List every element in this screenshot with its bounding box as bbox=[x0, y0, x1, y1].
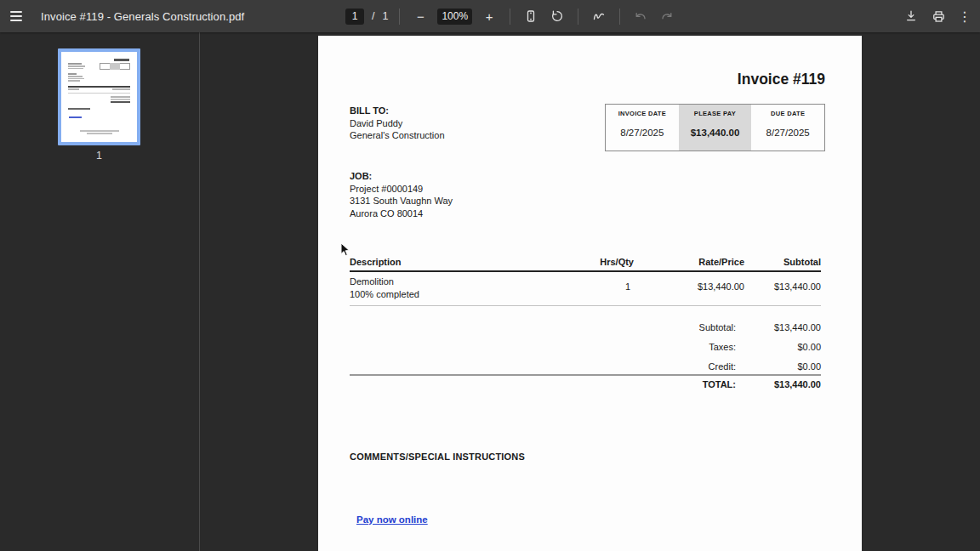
credit-value: $0.00 bbox=[797, 361, 821, 372]
bill-to-company: General's Construction bbox=[350, 129, 445, 142]
thumbnail-page-number: 1 bbox=[58, 150, 140, 162]
more-options-button[interactable]: ⋮ bbox=[956, 6, 973, 26]
zoom-level-input[interactable]: 100% bbox=[437, 9, 472, 25]
item-subtotal: $13,440.00 bbox=[774, 281, 821, 292]
thumbnail-sidebar: 1 bbox=[0, 32, 200, 551]
zoom-in-button[interactable]: + bbox=[480, 6, 499, 26]
print-icon bbox=[932, 9, 946, 24]
invoice-date-label: INVOICE DATE bbox=[618, 110, 666, 117]
pay-now-link[interactable]: Pay now online bbox=[356, 514, 428, 525]
hamburger-menu-icon bbox=[10, 11, 22, 21]
please-pay-value: $13,440.00 bbox=[691, 128, 740, 138]
rotate-button[interactable] bbox=[548, 6, 567, 26]
invoice-date-value: 8/27/2025 bbox=[620, 128, 664, 138]
credit-label: Credit: bbox=[709, 361, 736, 372]
item-progress: 100% completed bbox=[350, 288, 419, 301]
undo-icon bbox=[634, 9, 647, 23]
due-date-label: DUE DATE bbox=[771, 110, 805, 117]
total-label: TOTAL: bbox=[703, 379, 736, 389]
fit-to-page-icon bbox=[524, 9, 538, 23]
toolbar-separator bbox=[578, 9, 578, 25]
subtotal-label: Subtotal: bbox=[699, 322, 736, 332]
totals-row-subtotal: Subtotal: $13,440.00 bbox=[488, 322, 821, 336]
print-button[interactable] bbox=[929, 6, 948, 26]
rotate-counterclockwise-icon bbox=[550, 9, 564, 23]
menu-button[interactable] bbox=[0, 0, 32, 32]
toolbar-separator bbox=[399, 9, 400, 25]
invoice-header-table: INVOICE DATE 8/27/2025 PLEASE PAY $13,44… bbox=[605, 104, 825, 151]
thumbnail-page-preview bbox=[61, 52, 137, 142]
item-rate: $13,440.00 bbox=[698, 281, 744, 292]
due-date-cell: DUE DATE 8/27/2025 bbox=[751, 105, 824, 151]
job-city: Aurora CO 80014 bbox=[350, 207, 453, 220]
undo-button[interactable] bbox=[631, 6, 650, 26]
download-button[interactable] bbox=[902, 6, 920, 26]
total-value: $13,440.00 bbox=[774, 379, 821, 389]
totals-row-total: TOTAL: $13,440.00 bbox=[488, 379, 821, 393]
please-pay-cell: PLEASE PAY $13,440.00 bbox=[679, 105, 752, 151]
bill-to-block: BILL TO: David Puddy General's Construct… bbox=[350, 105, 445, 142]
comments-heading: COMMENTS/SPECIAL INSTRUCTIONS bbox=[350, 452, 525, 462]
zoom-out-button[interactable]: − bbox=[411, 6, 430, 26]
col-description: Description bbox=[350, 257, 402, 267]
col-rate-price: Rate/Price bbox=[698, 257, 744, 267]
page-count: 1 bbox=[382, 10, 388, 22]
annotate-button[interactable] bbox=[590, 6, 608, 26]
redo-icon bbox=[660, 9, 674, 23]
totals-row-credit: Credit: $0.00 bbox=[488, 361, 821, 375]
job-project: Project #0000149 bbox=[350, 183, 453, 196]
bill-to-heading: BILL TO: bbox=[350, 105, 445, 117]
subtotal-value: $13,440.00 bbox=[774, 322, 821, 332]
toolbar-separator bbox=[619, 9, 620, 25]
items-bottom-rule bbox=[350, 305, 821, 306]
items-header-rule bbox=[350, 270, 821, 272]
invoice-date-cell: INVOICE DATE 8/27/2025 bbox=[606, 105, 679, 151]
total-rule bbox=[350, 374, 821, 376]
redo-button[interactable] bbox=[658, 6, 676, 26]
taxes-label: Taxes: bbox=[709, 342, 736, 352]
pdf-viewer-content: 1 Invoice #119 INVOICE DATE 8/27/2025 PL… bbox=[0, 32, 980, 551]
pdf-page: Invoice #119 INVOICE DATE 8/27/2025 PLEA… bbox=[318, 36, 862, 551]
ink-annotate-icon bbox=[592, 9, 606, 23]
job-block: JOB: Project #0000149 3131 South Vaughn … bbox=[350, 170, 453, 219]
job-street: 3131 South Vaughn Way bbox=[350, 195, 453, 207]
please-pay-label: PLEASE PAY bbox=[694, 110, 736, 117]
download-icon bbox=[904, 9, 918, 23]
item-qty: 1 bbox=[625, 281, 630, 292]
totals-row-taxes: Taxes: $0.00 bbox=[488, 342, 821, 355]
fit-to-page-button[interactable] bbox=[521, 6, 540, 26]
due-date-value: 8/27/2025 bbox=[766, 128, 810, 138]
job-heading: JOB: bbox=[350, 170, 453, 183]
page-divider: / bbox=[372, 10, 374, 22]
item-row-description: Demolition 100% completed bbox=[350, 276, 419, 300]
taxes-value: $0.00 bbox=[797, 342, 821, 352]
page-thumbnail[interactable] bbox=[58, 48, 140, 145]
invoice-title: Invoice #119 bbox=[738, 71, 825, 88]
item-name: Demolition bbox=[350, 276, 419, 288]
col-subtotal: Subtotal bbox=[783, 257, 821, 267]
toolbar-separator bbox=[510, 9, 510, 25]
page-number-input[interactable]: 1 bbox=[345, 9, 364, 25]
bill-to-name: David Puddy bbox=[350, 117, 445, 130]
col-hrs-qty: Hrs/Qty bbox=[600, 257, 634, 267]
pdf-viewer-toolbar: Invoice #119 - Generals Construction.pdf… bbox=[0, 0, 980, 32]
document-title: Invoice #119 - Generals Construction.pdf bbox=[41, 10, 244, 23]
